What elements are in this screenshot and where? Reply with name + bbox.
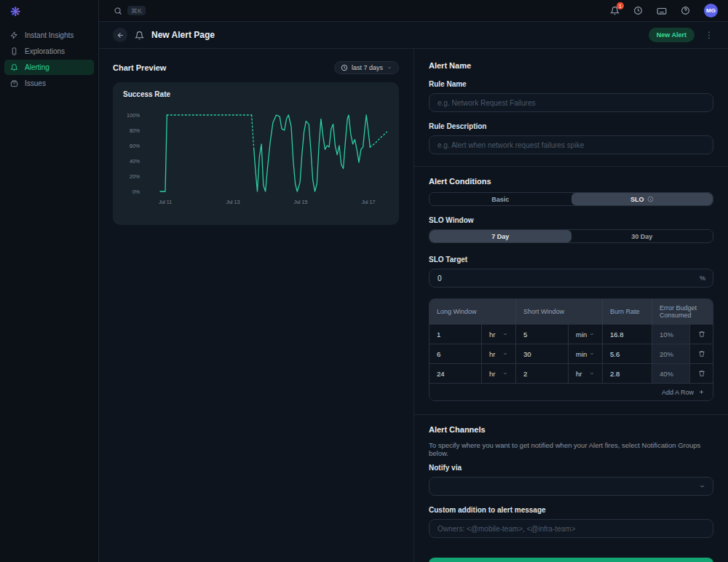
chevron-down-icon: [502, 331, 508, 337]
long-window-value[interactable]: 1: [430, 324, 482, 344]
chart-preview-title: Chart Preview: [113, 63, 166, 72]
y-axis-tick: 100%: [127, 113, 140, 118]
chevron-down-icon: [502, 371, 508, 376]
long-window-value[interactable]: 24: [430, 363, 482, 383]
sidebar-item-alerting[interactable]: Alerting: [4, 60, 94, 75]
x-axis-tick: Jul 13: [226, 199, 240, 205]
bell-icon: [10, 63, 18, 71]
chevron-down-icon: [699, 483, 705, 490]
section-divider: [414, 414, 728, 415]
archive-icon: [10, 79, 18, 87]
notification-badge: 1: [617, 2, 624, 9]
time-range-select[interactable]: last 7 days: [334, 61, 399, 74]
sidebar-item-label: Explorations: [25, 47, 65, 55]
history-clock-icon[interactable]: [633, 6, 643, 15]
short-window-value[interactable]: 5: [516, 324, 569, 344]
chart-preview-panel: Chart Preview last 7 days Success Rate 0…: [99, 49, 414, 562]
burn-rate-value: 5.6: [603, 344, 652, 363]
success-rate-line-dashed: [370, 132, 387, 147]
user-avatar[interactable]: MG: [704, 4, 718, 17]
short-window-unit-select[interactable]: hr: [569, 363, 603, 383]
success-rate-chart[interactable]: 0%20%40%60%80%100%Jul 11Jul 13Jul 15Jul …: [113, 103, 399, 215]
chart-title: Success Rate: [123, 90, 399, 98]
x-axis-tick: Jul 11: [159, 199, 172, 205]
success-rate-line-solid: [254, 115, 371, 191]
notifications-bell-icon[interactable]: 1: [610, 6, 620, 15]
burn-rate-value: 16.8: [603, 324, 652, 344]
burn-rate-value: 2.8: [603, 363, 652, 383]
short-window-unit-select[interactable]: min: [569, 344, 603, 363]
new-alert-button[interactable]: New Alert: [649, 28, 695, 42]
chevron-down-icon: [502, 351, 508, 357]
alert-bell-icon: [135, 31, 144, 40]
x-axis-tick: Jul 15: [294, 199, 308, 205]
window-30day-button[interactable]: 30 Day: [571, 230, 713, 242]
plus-icon: [698, 389, 705, 395]
error-budget-value: 10%: [652, 324, 690, 344]
global-search[interactable]: ⌘K: [114, 6, 146, 15]
lightning-icon: [10, 31, 18, 39]
keyboard-icon[interactable]: [657, 6, 667, 16]
sidebar-nav: Instant InsightsExplorationsAlertingIssu…: [0, 28, 98, 91]
command-shortcut-badge: ⌘K: [127, 6, 146, 15]
notify-via-label: Notify via: [429, 464, 713, 472]
long-window-value[interactable]: 6: [430, 344, 482, 363]
delete-row-trash-icon[interactable]: [690, 344, 713, 363]
search-icon: [114, 7, 122, 15]
rule-description-label: Rule Description: [429, 122, 713, 130]
long-window-unit-select[interactable]: hr: [482, 324, 516, 344]
page-header: New Alert Page New Alert ⋮: [99, 22, 728, 49]
mode-slo-label: SLO: [630, 196, 644, 203]
short-window-unit-select[interactable]: min: [569, 324, 603, 344]
alert-name-heading: Alert Name: [429, 61, 713, 70]
y-axis-tick: 40%: [130, 159, 140, 164]
slo-target-input[interactable]: [429, 269, 713, 288]
sidebar-item-instant-insights[interactable]: Instant Insights: [4, 28, 94, 43]
info-icon: [647, 196, 654, 202]
y-axis-tick: 60%: [130, 143, 140, 149]
short-window-value[interactable]: 30: [516, 344, 569, 363]
mode-basic-button[interactable]: Basic: [430, 193, 571, 205]
add-row-label: Add A Row: [662, 389, 694, 396]
table-header-burn-rate: Burn Rate: [603, 299, 652, 324]
help-icon[interactable]: [681, 6, 690, 15]
sidebar-item-label: Alerting: [25, 63, 50, 71]
long-window-unit-select[interactable]: hr: [482, 363, 516, 383]
sidebar-item-label: Issues: [25, 79, 46, 87]
sidebar-item-explorations[interactable]: Explorations: [4, 44, 94, 59]
y-axis-tick: 0%: [132, 189, 140, 194]
short-window-value[interactable]: 2: [516, 363, 569, 383]
custom-message-input[interactable]: [429, 519, 713, 538]
long-window-unit-select[interactable]: hr: [482, 344, 516, 363]
mode-slo-button[interactable]: SLO: [571, 193, 713, 205]
sidebar: ❋ Instant InsightsExplorationsAlertingIs…: [0, 0, 99, 562]
delete-row-trash-icon[interactable]: [690, 363, 713, 383]
clock-icon: [341, 64, 348, 71]
table-header-short-window: Short Window: [516, 299, 603, 324]
alert-channels-description: To specify where you want to get notifie…: [429, 441, 713, 457]
y-axis-tick: 20%: [130, 174, 140, 179]
alert-conditions-heading: Alert Conditions: [429, 177, 713, 186]
rule-description-input[interactable]: [429, 135, 713, 154]
kebab-menu-icon[interactable]: ⋮: [702, 30, 716, 40]
y-axis-tick: 80%: [130, 128, 140, 133]
notify-via-select[interactable]: [429, 477, 713, 496]
alert-channels-heading: Alert Channels: [429, 425, 713, 434]
main-column: ⌘K 1 MG: [99, 0, 728, 562]
condition-mode-toggle: Basic SLO: [429, 192, 713, 206]
rule-name-input[interactable]: [429, 93, 713, 112]
add-row-button[interactable]: Add A Row: [430, 383, 713, 400]
app-logo-icon[interactable]: ❋: [0, 0, 98, 27]
save-alert-rule-button[interactable]: Save Alert Rule: [429, 558, 713, 562]
slo-window-toggle: 7 Day 30 Day: [429, 229, 713, 243]
table-header-error-budget-consumed: Error Budget Consumed: [652, 299, 713, 324]
window-7day-button[interactable]: 7 Day: [430, 230, 571, 242]
percent-suffix: %: [700, 274, 705, 282]
back-button[interactable]: [113, 28, 127, 42]
x-axis-tick: Jul 17: [362, 199, 376, 205]
rule-name-label: Rule Name: [429, 80, 713, 88]
topbar-icons: 1 MG: [610, 4, 718, 17]
sidebar-item-issues[interactable]: Issues: [4, 76, 94, 91]
topbar: ⌘K 1 MG: [99, 0, 728, 22]
delete-row-trash-icon[interactable]: [690, 324, 713, 344]
